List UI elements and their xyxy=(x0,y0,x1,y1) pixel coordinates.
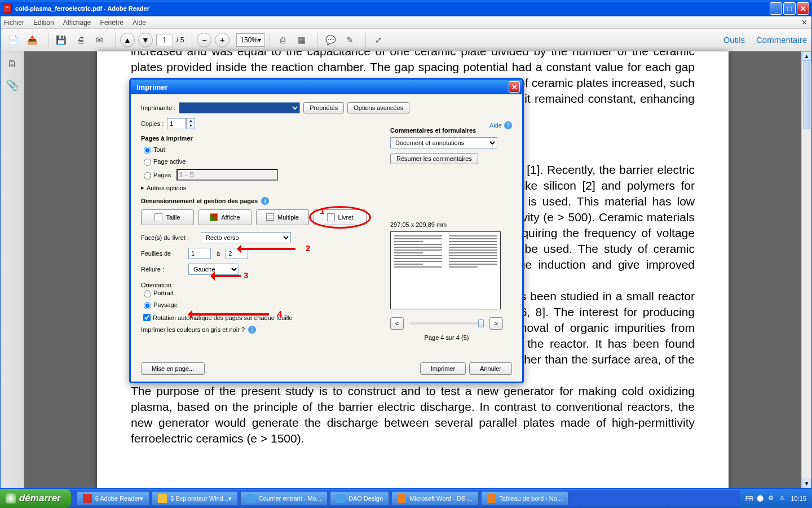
preview-box xyxy=(390,231,501,309)
task-item[interactable]: Microsoft Word - DE-... xyxy=(391,491,479,506)
annotation-2: 2 xyxy=(306,243,310,253)
taskbar: démarrer 6 Adobe Reader▾ 5 Explorateur W… xyxy=(0,489,812,508)
bw-label: Imprimer les couleurs en gris et noir ? xyxy=(141,326,245,333)
page-number-input[interactable] xyxy=(156,34,173,46)
pages-range-input[interactable] xyxy=(176,169,278,181)
window-title: cold-plasma_ferroelectric.pdf - Adobe Re… xyxy=(15,5,149,12)
mail-icon[interactable]: ✉ xyxy=(91,32,107,48)
face-select[interactable]: Recto verso xyxy=(201,232,291,243)
annotation-3: 3 xyxy=(244,270,248,280)
properties-button[interactable]: Propriétés xyxy=(303,102,344,113)
print-icon[interactable]: 🖨 xyxy=(72,32,88,48)
size-button[interactable]: Taille xyxy=(141,209,194,225)
comment-icon[interactable]: 💬 xyxy=(323,32,338,48)
vertical-scrollbar[interactable]: ▲ ▼ xyxy=(801,51,811,488)
app-icon: ⌃ xyxy=(3,4,12,13)
copies-label: Copies : xyxy=(141,120,164,127)
tools-link[interactable]: Outils xyxy=(723,35,745,45)
page-setup-button[interactable]: Mise en page... xyxy=(141,362,205,375)
preview-page-info: Page 4 sur 4 (5) xyxy=(390,334,503,341)
preview-prev-button[interactable]: < xyxy=(390,317,404,330)
zoom-level[interactable]: 150% ▾ xyxy=(236,33,265,47)
printer-select[interactable] xyxy=(179,102,300,113)
task-item[interactable]: Tableau de bord ‹ No... xyxy=(481,491,568,506)
face-label: Face(s) du livret : xyxy=(141,234,197,241)
clock[interactable]: 10:15 xyxy=(791,495,806,502)
page-down-button[interactable]: ▼ xyxy=(138,33,153,47)
cancel-button[interactable]: Annuler xyxy=(469,362,512,375)
zoom-out-button[interactable]: − xyxy=(197,33,211,47)
advanced-button[interactable]: Options avancées xyxy=(347,102,409,113)
task-item[interactable]: Courrier entrant - Mo... xyxy=(240,491,328,506)
fullscreen-icon[interactable]: ⤢ xyxy=(370,32,386,48)
menu-window[interactable]: Fenêtre xyxy=(100,19,123,27)
spinner-down[interactable]: ▼ xyxy=(187,124,195,129)
radio-pages[interactable] xyxy=(144,172,151,179)
dialog-titlebar: Imprimer ✕ xyxy=(131,80,522,94)
toolbar: 📄 📤 💾 🖨 ✉ ▲ ▼ / 5 − + 150% ▾ ⎙ ▦ 💬 ✎ ⤢ O… xyxy=(1,29,811,51)
open-icon[interactable]: 📄 xyxy=(5,32,21,48)
info-icon[interactable]: i xyxy=(248,326,256,334)
maximize-button[interactable]: □ xyxy=(783,2,796,15)
arrow-3 xyxy=(213,275,241,277)
radio-all[interactable] xyxy=(144,147,151,154)
page-icon[interactable]: ▦ xyxy=(294,32,310,48)
language-indicator[interactable]: FR xyxy=(745,495,754,502)
menu-edit[interactable]: Edition xyxy=(33,19,54,27)
system-tray[interactable]: FR ⬤ ♻ ⚠ 10:15 xyxy=(740,489,812,508)
poster-button[interactable]: Affiche xyxy=(198,209,251,225)
task-item[interactable]: 6 Adobe Reader▾ xyxy=(77,491,150,506)
dialog-close-button[interactable]: ✕ xyxy=(509,81,520,93)
zoom-in-button[interactable]: + xyxy=(215,33,230,47)
document-close-icon[interactable]: × xyxy=(802,17,807,28)
preview-slider[interactable] xyxy=(409,322,484,325)
preview-next-button[interactable]: > xyxy=(489,317,503,330)
thumbnails-icon[interactable]: 🗎 xyxy=(6,57,19,71)
other-options[interactable]: Autres options xyxy=(147,185,186,191)
radio-landscape[interactable] xyxy=(144,302,151,309)
tray-icon[interactable]: ♻ xyxy=(768,494,776,502)
radio-active[interactable] xyxy=(144,159,151,166)
close-button[interactable]: ✕ xyxy=(797,2,809,15)
print-dialog: Imprimer ✕ Imprimante : Propriétés Optio… xyxy=(129,78,524,383)
copies-input[interactable] xyxy=(167,118,186,129)
start-button[interactable]: démarrer xyxy=(0,489,71,508)
attachments-icon[interactable]: 📎 xyxy=(6,78,19,92)
tray-icon[interactable]: ⚠ xyxy=(779,494,787,502)
binding-label: Reliure : xyxy=(141,266,185,273)
task-item[interactable]: 5 Explorateur Wind...▾ xyxy=(152,491,238,506)
export-icon[interactable]: 📤 xyxy=(24,32,40,48)
sheets-from-label: Feuilles de xyxy=(141,250,185,257)
preview-dimensions: 297,05 x 209,89 mm xyxy=(390,221,503,228)
page-up-button[interactable]: ▲ xyxy=(120,33,135,47)
multiple-button[interactable]: Multiple xyxy=(256,209,309,225)
comment-link[interactable]: Commentaire xyxy=(756,35,807,45)
menu-file[interactable]: Fichier xyxy=(4,19,24,27)
tray-icon[interactable]: ⬤ xyxy=(757,494,765,502)
arrow-2 xyxy=(239,248,295,250)
task-item[interactable]: DAO Design xyxy=(330,491,389,506)
print-button[interactable]: Imprimer xyxy=(420,362,466,375)
menu-view[interactable]: Affichage xyxy=(63,19,91,27)
sheets-from-input[interactable] xyxy=(188,248,211,259)
printer-label: Imprimante : xyxy=(141,104,175,111)
scroll-down-icon[interactable]: ▼ xyxy=(802,479,811,488)
summarize-button[interactable]: Résumer les commentaires xyxy=(390,153,478,164)
checkbox-autorotate[interactable] xyxy=(143,314,151,321)
comments-select[interactable]: Document et annotations xyxy=(390,137,497,148)
save-icon[interactable]: 💾 xyxy=(53,32,69,48)
titlebar: ⌃ cold-plasma_ferroelectric.pdf - Adobe … xyxy=(1,1,811,16)
info-icon[interactable]: i xyxy=(261,197,269,205)
sheets-to-label: à xyxy=(217,250,220,257)
scroll-thumb[interactable] xyxy=(803,62,810,129)
highlight-icon[interactable]: ✎ xyxy=(342,32,358,48)
spinner-up[interactable]: ▲ xyxy=(187,119,195,124)
minimize-button[interactable]: _ xyxy=(770,2,782,15)
print-preview: 297,05 x 209,89 mm < > Page 4 sur 4 (5) xyxy=(390,221,503,341)
menu-help[interactable]: Aide xyxy=(133,19,146,27)
annotation-4: 4 xyxy=(277,309,282,318)
arrow-4 xyxy=(190,313,269,316)
fit-icon[interactable]: ⎙ xyxy=(275,32,290,48)
radio-portrait[interactable] xyxy=(144,290,151,297)
scroll-up-icon[interactable]: ▲ xyxy=(802,51,811,61)
